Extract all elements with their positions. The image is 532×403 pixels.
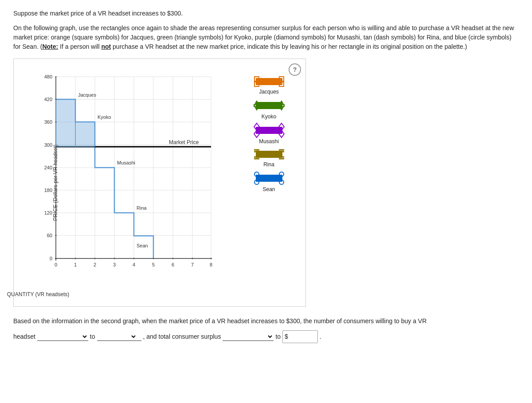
svg-text:1: 1 <box>74 262 77 267</box>
svg-text:4: 4 <box>133 262 135 267</box>
svg-text:2: 2 <box>94 262 96 267</box>
svg-text:Musashi: Musashi <box>117 160 135 165</box>
svg-text:8: 8 <box>210 262 212 267</box>
svg-text:Jacques: Jacques <box>78 92 96 98</box>
dropdown1-select[interactable]: decreases increases stays the same <box>37 333 88 340</box>
period: . <box>320 331 321 342</box>
dollar-sign: $ <box>285 331 288 342</box>
svg-text:0: 0 <box>55 262 57 267</box>
svg-rect-69 <box>256 102 282 109</box>
help-button[interactable]: ? <box>289 63 301 76</box>
dollar-input-wrapper[interactable]: $ <box>282 330 318 343</box>
legend-label-sean: Sean <box>262 186 275 192</box>
legend-label-jacques: Jacques <box>259 89 279 95</box>
svg-text:480: 480 <box>44 74 52 79</box>
graph-section: ? PRICE (Dollars per VR headset) .grid-l… <box>13 59 519 307</box>
to-label-1: to <box>90 331 95 342</box>
dollar-input[interactable] <box>289 333 316 340</box>
svg-rect-46 <box>75 122 95 147</box>
svg-text:3: 3 <box>113 262 116 267</box>
legend-label-kyoko: Kyoko <box>262 113 276 120</box>
svg-text:180: 180 <box>44 188 52 193</box>
bottom-section: Based on the information in the second g… <box>13 316 519 343</box>
svg-rect-74 <box>256 127 282 134</box>
chart-svg: .grid-line { stroke: #e0e0e0; stroke-wid… <box>38 72 229 276</box>
legend-item-kyoko: Kyoko <box>235 98 303 120</box>
legend-label-rina: Rina <box>263 161 274 168</box>
svg-text:420: 420 <box>44 97 52 102</box>
dropdown1-wrapper[interactable]: decreases increases stays the same <box>37 333 88 341</box>
svg-text:Market Price: Market Price <box>169 139 199 145</box>
dropdown2-select[interactable]: 0 1 2 3 4 5 <box>97 333 137 340</box>
dropdown3-wrapper[interactable]: decreases increases stays the same <box>223 333 274 341</box>
svg-text:360: 360 <box>44 119 52 125</box>
legend-item-sean: Sean <box>235 170 303 192</box>
bottom-text-1: Based on the information in the second g… <box>13 316 519 327</box>
graph-container: ? PRICE (Dollars per VR headset) .grid-l… <box>13 59 306 307</box>
svg-text:7: 7 <box>191 262 194 267</box>
svg-text:5: 5 <box>152 262 155 267</box>
headset-label: headset <box>13 331 35 342</box>
svg-text:60: 60 <box>47 233 52 238</box>
dropdown3-select[interactable]: decreases increases stays the same <box>223 333 274 340</box>
legend-item-musashi: Musashi <box>235 122 303 145</box>
svg-text:120: 120 <box>44 210 52 215</box>
svg-text:240: 240 <box>44 165 52 170</box>
svg-rect-45 <box>56 99 75 147</box>
legend-item-rina: Rina <box>235 147 303 168</box>
question2-text: On the following graph, use the rectangl… <box>13 23 519 51</box>
answer-row: headset decreases increases stays the sa… <box>13 330 519 343</box>
legend-label-musashi: Musashi <box>259 138 279 145</box>
legend-area: Jacques Kyoko <box>235 74 303 192</box>
x-axis-label: QUANTITY (VR headsets) <box>0 291 133 297</box>
svg-rect-64 <box>256 78 282 85</box>
svg-text:Rina: Rina <box>137 205 147 211</box>
svg-text:6: 6 <box>172 262 174 267</box>
to-label-2: to <box>275 331 281 342</box>
consumer-surplus-label: , and total consumer surplus <box>143 331 221 342</box>
question1-text: Suppose the market price of a VR headset… <box>13 9 519 18</box>
svg-text:Sean: Sean <box>137 243 148 248</box>
svg-text:Kyoko: Kyoko <box>98 114 111 120</box>
svg-rect-88 <box>256 175 282 182</box>
svg-text:0: 0 <box>50 256 52 261</box>
svg-rect-79 <box>256 151 282 158</box>
legend-item-jacques: Jacques <box>235 74 303 95</box>
dropdown2-wrapper[interactable]: 0 1 2 3 4 5 <box>97 333 141 341</box>
svg-text:300: 300 <box>44 142 52 148</box>
